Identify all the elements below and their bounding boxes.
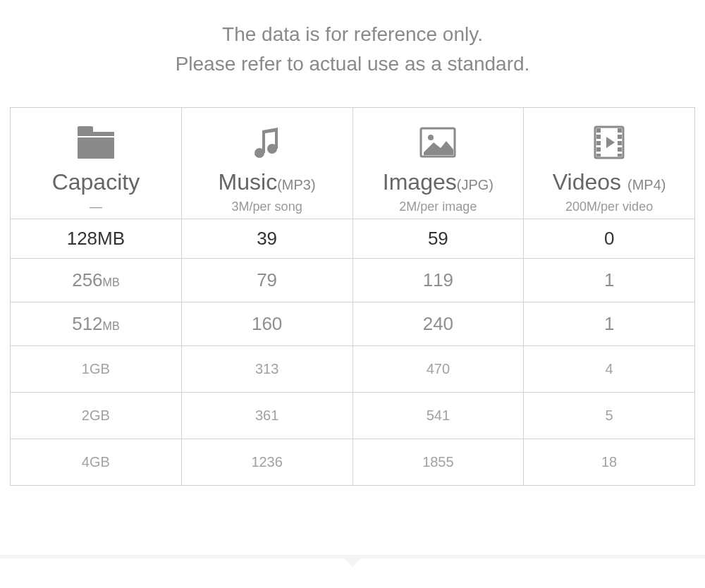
col-title: Videos (553, 169, 627, 195)
cell-music: 1236 (181, 439, 352, 486)
cell-capacity: 2GB (11, 393, 182, 439)
video-icon (524, 123, 694, 162)
intro-line2: Please refer to actual use as a standard… (0, 49, 705, 79)
col-capacity: Capacity — (11, 108, 182, 219)
cell-capacity: 128MB (11, 219, 182, 259)
cell-images: 1855 (352, 439, 524, 486)
col-sub: (JPG) (457, 177, 494, 192)
cell-capacity: 4GB (11, 439, 182, 486)
table-header-row: Capacity — Music(MP3) 3M (11, 108, 695, 219)
folder-icon (11, 123, 181, 162)
col-title: Capacity (52, 169, 140, 195)
svg-rect-15 (618, 141, 622, 145)
cell-music: 39 (181, 219, 352, 259)
cell-videos: 4 (524, 346, 695, 393)
cell-images: 470 (352, 346, 524, 393)
intro-line1: The data is for reference only. (0, 20, 705, 49)
cell-videos: 1 (524, 259, 695, 302)
svg-point-3 (255, 148, 264, 158)
col-note: 200M/per video (524, 200, 694, 214)
svg-rect-8 (596, 128, 601, 133)
col-title: Images (383, 169, 457, 195)
cell-capacity: 1GB (11, 346, 182, 393)
col-sub: (MP3) (277, 177, 315, 192)
svg-rect-2 (78, 137, 114, 159)
cell-images: 59 (352, 219, 524, 259)
cell-images: 240 (352, 302, 524, 346)
svg-rect-11 (596, 147, 601, 152)
cell-images: 119 (352, 259, 524, 302)
table-row: 4GB1236185518 (11, 439, 695, 486)
svg-rect-13 (618, 128, 622, 133)
cell-music: 79 (181, 259, 352, 302)
col-title: Music (219, 169, 278, 195)
svg-point-4 (267, 144, 277, 154)
footer-divider (0, 549, 705, 570)
cell-images: 541 (352, 393, 524, 439)
cell-music: 313 (181, 346, 352, 393)
cell-videos: 5 (524, 393, 695, 439)
image-icon (353, 123, 524, 162)
svg-point-6 (428, 135, 434, 140)
col-note: 2M/per image (353, 200, 524, 214)
cell-capacity: 256MB (11, 259, 182, 302)
svg-rect-16 (618, 147, 622, 152)
col-videos: Videos (MP4) 200M/per video (524, 108, 695, 219)
svg-rect-1 (78, 126, 93, 133)
cell-capacity: 512MB (11, 302, 182, 346)
col-note: 3M/per song (182, 200, 352, 214)
table-row: 128MB39590 (11, 219, 695, 259)
table-body: 128MB39590256MB791191512MB16024011GB3134… (11, 219, 695, 486)
col-music: Music(MP3) 3M/per song (181, 108, 352, 219)
table-row: 512MB1602401 (11, 302, 695, 346)
cell-videos: 1 (524, 302, 695, 346)
col-note: — (11, 200, 181, 214)
cell-videos: 18 (524, 439, 695, 486)
cell-music: 361 (181, 393, 352, 439)
col-sub: (MP4) (627, 177, 666, 192)
table-row: 2GB3615415 (11, 393, 695, 439)
table-row: 1GB3134704 (11, 346, 695, 393)
col-images: Images(JPG) 2M/per image (352, 108, 524, 219)
cell-videos: 0 (524, 219, 695, 259)
svg-rect-12 (596, 154, 601, 157)
table-row: 256MB791191 (11, 259, 695, 302)
music-icon (182, 123, 352, 162)
svg-rect-17 (618, 154, 622, 157)
svg-rect-9 (596, 135, 601, 139)
intro-text: The data is for reference only. Please r… (0, 0, 705, 79)
capacity-table: Capacity — Music(MP3) 3M (10, 107, 695, 486)
svg-rect-14 (618, 135, 622, 139)
cell-music: 160 (181, 302, 352, 346)
svg-rect-10 (596, 141, 601, 145)
